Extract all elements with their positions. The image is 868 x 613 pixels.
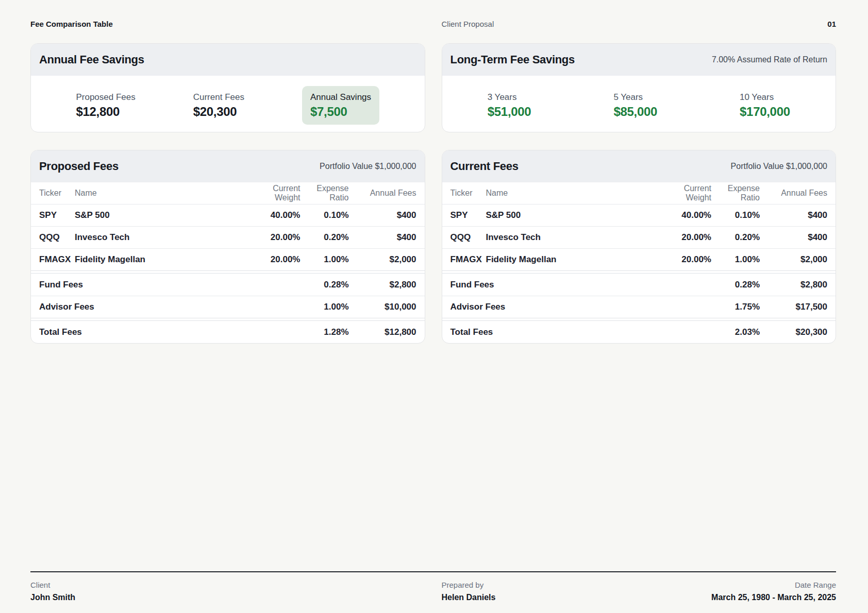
col-header-name: Name bbox=[75, 189, 244, 198]
total-fees-row: Total Fees 2.03% $20,300 bbox=[442, 321, 836, 343]
cell-weight: 20.00% bbox=[655, 254, 711, 265]
total-label: Total Fees bbox=[450, 327, 655, 337]
col-header-expense-ratio: Expense Ratio bbox=[301, 184, 349, 202]
proposed-portfolio-value: Portfolio Value $1,000,000 bbox=[320, 162, 416, 171]
cell-fees: $400 bbox=[760, 210, 827, 220]
col-header-expense-ratio: Expense Ratio bbox=[711, 184, 760, 202]
cell-ratio: 0.10% bbox=[711, 210, 760, 220]
assumed-rate-label: 7.00% Assumed Rate of Return bbox=[712, 55, 827, 64]
table-row: SPY S&P 500 40.00% 0.10% $400 bbox=[31, 204, 425, 226]
date-range-label: Date Range bbox=[711, 581, 836, 590]
summary-fees: $2,800 bbox=[349, 280, 416, 290]
current-fees-card: Current Fees Portfolio Value $1,000,000 … bbox=[442, 150, 837, 344]
current-fees-stat-value: $20,300 bbox=[193, 105, 244, 118]
cell-weight: 20.00% bbox=[244, 232, 301, 243]
cell-name: Invesco Tech bbox=[486, 232, 655, 243]
long-term-savings-card: Long-Term Fee Savings 7.00% Assumed Rate… bbox=[442, 43, 837, 132]
footer-date-range: Date Range March 25, 1980 - March 25, 20… bbox=[711, 581, 836, 602]
total-ratio: 1.28% bbox=[301, 327, 349, 337]
proposed-fees-card: Proposed Fees Portfolio Value $1,000,000… bbox=[30, 150, 425, 344]
table-row: SPY S&P 500 40.00% 0.10% $400 bbox=[442, 204, 836, 226]
table-row: QQQ Invesco Tech 20.00% 0.20% $400 bbox=[31, 226, 425, 248]
cell-ticker: SPY bbox=[450, 210, 486, 220]
fund-fees-row: Fund Fees 0.28% $2,800 bbox=[31, 274, 425, 296]
col-header-annual-fees: Annual Fees bbox=[349, 189, 416, 198]
footer-client: Client John Smith bbox=[30, 581, 425, 602]
current-fees-stat: Current Fees $20,300 bbox=[193, 92, 244, 118]
long-term-savings-stats: 3 Years $51,000 5 Years $85,000 10 Years… bbox=[442, 76, 836, 132]
summary-fees: $10,000 bbox=[349, 302, 416, 312]
cell-ticker: QQQ bbox=[39, 232, 75, 243]
fund-fees-row: Fund Fees 0.28% $2,800 bbox=[442, 274, 836, 296]
cell-weight: 20.00% bbox=[244, 254, 301, 265]
five-year-stat-value: $85,000 bbox=[613, 105, 657, 118]
cell-ticker: SPY bbox=[39, 210, 75, 220]
proposed-fees-stat-value: $12,800 bbox=[76, 105, 135, 118]
summary-ratio: 1.75% bbox=[711, 302, 760, 312]
cell-ratio: 0.20% bbox=[711, 232, 760, 243]
fee-tables-row: Proposed Fees Portfolio Value $1,000,000… bbox=[30, 150, 836, 344]
cell-fees: $400 bbox=[760, 232, 827, 243]
ten-year-stat-value: $170,000 bbox=[740, 105, 790, 118]
proposed-fees-stat-label: Proposed Fees bbox=[76, 92, 135, 103]
current-fees-header: Current Fees Portfolio Value $1,000,000 bbox=[442, 150, 836, 182]
annual-savings-stat-label: Annual Savings bbox=[310, 92, 371, 103]
annual-savings-stat-value: $7,500 bbox=[310, 105, 371, 118]
cell-ratio: 0.20% bbox=[301, 232, 349, 243]
ten-year-stat: 10 Years $170,000 bbox=[740, 92, 790, 118]
document-subtitle: Client Proposal bbox=[442, 20, 494, 29]
client-label: Client bbox=[30, 581, 425, 590]
cell-name: S&P 500 bbox=[486, 210, 655, 220]
summary-ratio: 0.28% bbox=[301, 280, 349, 290]
col-header-name: Name bbox=[486, 189, 655, 198]
col-header-ticker: Ticker bbox=[450, 189, 486, 198]
current-fees-title: Current Fees bbox=[450, 160, 519, 173]
table-row: QQQ Invesco Tech 20.00% 0.20% $400 bbox=[442, 226, 836, 248]
footer-prepared-by: Prepared by Helen Daniels bbox=[442, 581, 496, 602]
prepared-by-label: Prepared by bbox=[442, 581, 496, 590]
page-footer: Client John Smith Prepared by Helen Dani… bbox=[30, 571, 836, 602]
cell-name: Fidelity Magellan bbox=[75, 254, 244, 265]
table-row: FMAGX Fidelity Magellan 20.00% 1.00% $2,… bbox=[31, 248, 425, 270]
col-header-current-weight: Current Weight bbox=[244, 184, 301, 202]
report-page: Fee Comparison Table Client Proposal 01 … bbox=[0, 0, 868, 344]
summary-label: Fund Fees bbox=[450, 280, 655, 290]
col-header-ticker: Ticker bbox=[39, 189, 75, 198]
cell-weight: 40.00% bbox=[655, 210, 711, 220]
cell-ticker: QQQ bbox=[450, 232, 486, 243]
col-header-annual-fees: Annual Fees bbox=[760, 189, 827, 198]
summary-label: Advisor Fees bbox=[39, 302, 244, 312]
cell-ratio: 0.10% bbox=[301, 210, 349, 220]
cell-name: Fidelity Magellan bbox=[486, 254, 655, 265]
long-term-savings-title: Long-Term Fee Savings bbox=[450, 53, 575, 66]
advisor-fees-row: Advisor Fees 1.75% $17,500 bbox=[442, 296, 836, 318]
cell-fees: $2,000 bbox=[349, 254, 416, 265]
annual-fee-savings-card: Annual Fee Savings Proposed Fees $12,800… bbox=[30, 43, 425, 132]
total-label: Total Fees bbox=[39, 327, 244, 337]
top-header: Fee Comparison Table Client Proposal 01 bbox=[30, 20, 836, 29]
cell-fees: $2,000 bbox=[760, 254, 827, 265]
cell-name: S&P 500 bbox=[75, 210, 244, 220]
summary-fees: $2,800 bbox=[760, 280, 827, 290]
total-fees: $20,300 bbox=[760, 327, 827, 337]
cell-fees: $400 bbox=[349, 210, 416, 220]
prepared-by-name: Helen Daniels bbox=[442, 592, 496, 602]
ten-year-stat-label: 10 Years bbox=[740, 92, 790, 103]
five-year-stat-label: 5 Years bbox=[613, 92, 657, 103]
five-year-stat: 5 Years $85,000 bbox=[613, 92, 657, 118]
table-row: FMAGX Fidelity Magellan 20.00% 1.00% $2,… bbox=[442, 248, 836, 270]
annual-fee-savings-stats: Proposed Fees $12,800 Current Fees $20,3… bbox=[31, 76, 425, 132]
proposed-fees-column-headers: Ticker Name Current Weight Expense Ratio… bbox=[31, 182, 425, 204]
current-portfolio-value: Portfolio Value $1,000,000 bbox=[731, 162, 827, 171]
cell-name: Invesco Tech bbox=[75, 232, 244, 243]
summary-ratio: 0.28% bbox=[711, 280, 760, 290]
cell-ratio: 1.00% bbox=[711, 254, 760, 265]
page-number: 01 bbox=[827, 20, 836, 29]
three-year-stat-label: 3 Years bbox=[488, 92, 531, 103]
proposed-fees-title: Proposed Fees bbox=[39, 160, 119, 173]
cell-ratio: 1.00% bbox=[301, 254, 349, 265]
summary-ratio: 1.00% bbox=[301, 302, 349, 312]
proposed-fees-header: Proposed Fees Portfolio Value $1,000,000 bbox=[31, 150, 425, 182]
cell-fees: $400 bbox=[349, 232, 416, 243]
document-title: Fee Comparison Table bbox=[30, 20, 425, 29]
